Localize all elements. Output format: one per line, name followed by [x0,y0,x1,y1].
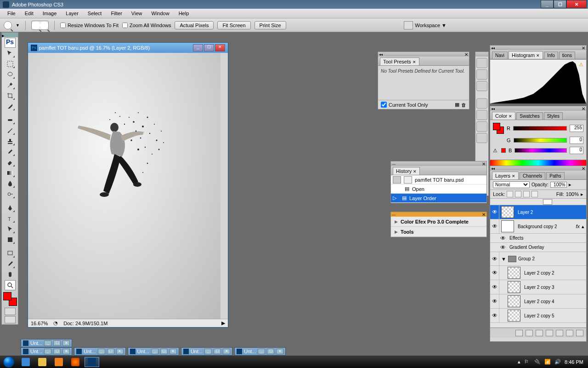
doctab[interactable]: Unt..._☐✕ [21,347,72,356]
doctab[interactable]: Unt..._☐✕ [74,347,125,356]
tab-layers[interactable]: Layers✕ [492,172,519,179]
taskbar-photoshop-icon[interactable] [85,357,99,367]
taskbar-explorer-icon[interactable] [35,357,50,367]
layer-row[interactable]: 👁Background copy 2fx▴ [490,219,586,234]
color-swatches[interactable] [3,292,17,306]
gradient-tool[interactable] [5,168,16,178]
layer-row[interactable]: 👁Layer 2 copy 2 [490,266,586,280]
resize-windows-checkbox[interactable]: Resize Windows To Fit [60,23,119,28]
ps-logo-icon[interactable]: Ps [5,38,16,48]
tab-actions[interactable]: tions [559,52,575,59]
lock-pixels-icon[interactable] [507,191,513,197]
tray-network-icon[interactable]: 📶 [544,359,551,365]
screenmode-toggle[interactable] [5,316,16,323]
print-size-button[interactable]: Print Size [254,21,286,29]
menu-image[interactable]: Image [38,9,62,17]
toolbox-header[interactable]: ▸ [2,33,18,37]
g-slider[interactable] [514,138,567,143]
menu-layer[interactable]: Layer [61,9,83,17]
tray-volume-icon[interactable]: 🔊 [554,359,561,365]
lasso-tool[interactable] [5,69,16,80]
brush-tool[interactable] [5,126,16,136]
strip-icon[interactable] [476,69,487,80]
lock-fill-icon[interactable] [523,191,530,197]
menu-view[interactable]: View [127,9,147,17]
link-layers-icon[interactable] [515,330,523,336]
visibility-icon[interactable]: 👁 [490,252,499,265]
layer-row[interactable]: 👁Layer 2 [490,205,586,219]
wand-tool[interactable] [5,80,16,90]
tab-history[interactable]: History✕ [393,167,420,175]
eyedropper-tool[interactable] [5,259,16,269]
visibility-icon[interactable]: 👁 [490,266,499,280]
eraser-tool[interactable] [5,157,16,167]
nik-item[interactable]: ▶Color Efex Pro 3.0 Complete [391,217,486,227]
menu-help[interactable]: Help [174,9,194,17]
canvas[interactable] [28,53,228,319]
layer-effect-row[interactable]: 👁Gradient Overlay [490,243,586,252]
document-titlebar[interactable]: Ps pamflet TOT baru.psd @ 16.7% (Layer 2… [28,43,228,53]
strip-icon[interactable] [476,81,487,91]
lock-all-icon[interactable] [531,191,538,197]
layer-group-row[interactable]: 👁▼Group 2 [490,252,586,266]
path-select-tool[interactable] [5,224,16,234]
lock-position-icon[interactable] [515,191,521,197]
layer-effect-row[interactable]: 👁Effects [490,234,586,243]
visibility-icon[interactable]: 👁 [490,294,499,308]
heal-tool[interactable] [5,115,16,125]
fx-icon[interactable] [526,330,533,336]
tab-swatches[interactable]: Swatches [516,112,543,120]
doc-maximize-button[interactable]: ☐ [204,44,214,52]
tab-histogram[interactable]: Histogram✕ [509,51,543,59]
tab-tool-presets[interactable]: Tool Presets✕ [380,58,419,65]
opacity-input[interactable]: 100% [550,182,567,188]
visibility-icon[interactable]: 👁 [490,280,499,294]
strip-icon[interactable] [476,121,487,132]
history-item[interactable]: ▤Open [391,184,486,194]
trash-icon[interactable] [576,330,583,336]
tray-flag-icon[interactable]: ⚐ [524,359,531,365]
zoom-level[interactable]: 16.67% [31,321,48,326]
menu-edit[interactable]: Edit [20,9,38,17]
quickmask-toggle[interactable] [5,308,16,315]
menu-filter[interactable]: Filter [106,9,126,17]
b-value[interactable]: 0 [570,147,583,154]
type-tool[interactable]: T [5,213,16,224]
strip-icon[interactable] [476,58,487,68]
layer-row[interactable]: 👁Layer 2 copy 5 [490,309,586,323]
tab-color[interactable]: Color✕ [492,112,515,120]
new-layer-icon[interactable] [566,330,573,336]
doctab[interactable]: Unt..._☐✕ [181,347,232,356]
tray-clock[interactable]: 8:46 PM [565,359,583,365]
menu-window[interactable]: Window [147,9,174,17]
zoom-tool[interactable] [5,280,16,290]
nik-item[interactable]: ▶Tools [391,227,486,237]
zoom-tool-icon[interactable] [4,21,12,29]
r-slider[interactable] [513,126,567,131]
doc-info-icon[interactable]: ◔ [53,320,58,326]
crop-tool[interactable] [5,91,16,101]
hand-tool[interactable] [5,270,16,280]
menu-select[interactable]: Select [83,9,107,17]
doc-minimize-button[interactable]: _ [193,44,203,52]
fg-color[interactable] [3,292,11,300]
workspace-dropdown[interactable]: Workspace ▼ [415,23,447,28]
tab-styles[interactable]: Styles [544,112,563,120]
taskbar-ie-icon[interactable] [18,357,33,367]
menu-file[interactable]: File [3,9,20,17]
group-icon[interactable] [556,330,563,336]
notes-tool[interactable] [5,248,16,259]
stamp-tool[interactable] [5,136,16,146]
zoom-in-icon[interactable] [32,21,40,29]
tab-paths[interactable]: Paths [546,172,565,179]
marquee-tool[interactable] [5,59,16,69]
taskbar-wmp-icon[interactable] [51,357,66,367]
doc-close-button[interactable]: ✕ [215,44,225,52]
visibility-icon[interactable]: 👁 [490,219,499,233]
mask-icon[interactable] [536,330,543,336]
tab-info[interactable]: Info [544,52,558,59]
fill-input[interactable]: 100% [566,191,579,197]
doctab[interactable]: Unt..._☐✕ [234,347,286,356]
workspace-icon[interactable] [404,21,413,29]
tab-navigator[interactable]: Navi [492,52,508,59]
